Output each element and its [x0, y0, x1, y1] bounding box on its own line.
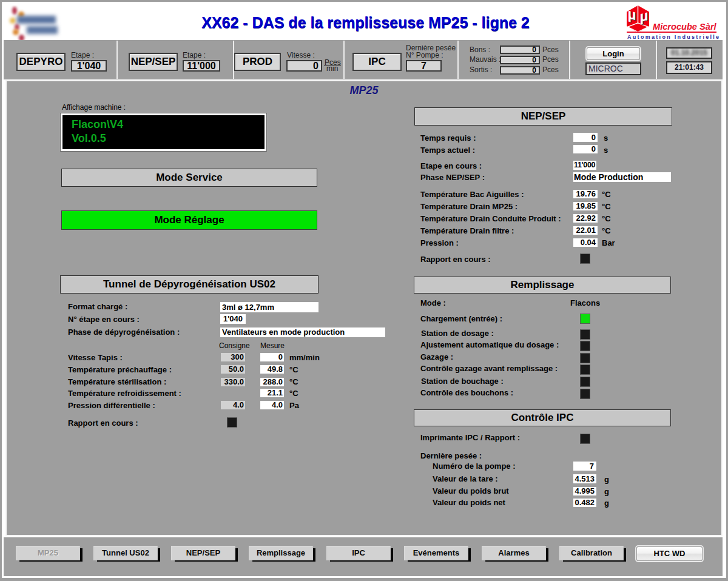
svg-text:Microcube Sàrl: Microcube Sàrl: [653, 22, 717, 32]
svg-text:Automation Industrielle: Automation Industrielle: [627, 34, 720, 40]
svg-text:µ: µ: [640, 7, 649, 25]
svg-text:µ: µ: [628, 5, 636, 23]
